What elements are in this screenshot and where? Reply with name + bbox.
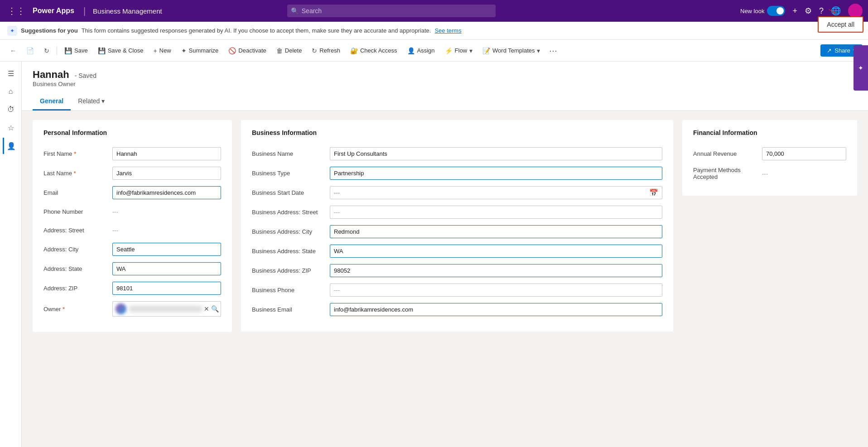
- right-panel-icon[interactable]: ✦: [858, 64, 863, 72]
- phone-label: Phone Number: [43, 208, 107, 215]
- word-icon: 📝: [482, 47, 490, 54]
- tabs: General Related ▾: [33, 93, 857, 111]
- business-name-input[interactable]: [330, 147, 662, 160]
- business-phone-row: Business Phone: [252, 284, 662, 297]
- city-label: Address: City: [43, 246, 107, 253]
- business-start-date-label: Business Start Date: [252, 189, 324, 196]
- sidebar-item-favorites[interactable]: ☆: [3, 120, 19, 136]
- command-bar: ← 📄 ↻ 💾 Save 💾 Save & Close + New ✦ Summ…: [0, 40, 868, 62]
- back-button[interactable]: ←: [5, 44, 21, 57]
- zip-input[interactable]: [112, 282, 221, 295]
- ai-icon: ✦: [7, 26, 17, 36]
- summarize-button[interactable]: ✦ Summarize: [177, 44, 223, 57]
- new-look-toggle[interactable]: New look: [740, 6, 785, 16]
- new-button[interactable]: + New: [149, 44, 175, 57]
- last-name-input[interactable]: [112, 167, 221, 180]
- deactivate-button[interactable]: 🚫 Deactivate: [224, 44, 270, 57]
- plus-icon[interactable]: +: [792, 6, 797, 16]
- refresh-icon: ↻: [312, 47, 317, 54]
- business-start-date-input[interactable]: [330, 187, 646, 199]
- business-email-input[interactable]: [330, 303, 662, 316]
- personal-information-section: Personal Information First Name Last Nam…: [33, 120, 232, 332]
- email-row: Email: [43, 186, 221, 199]
- refresh-small-button[interactable]: ↻: [39, 44, 54, 57]
- sidebar-item-menu[interactable]: ☰: [3, 65, 19, 82]
- business-info-title: Business Information: [252, 129, 662, 140]
- owner-label: Owner: [43, 306, 107, 312]
- sidebar-item-recent[interactable]: ⏱: [3, 101, 19, 118]
- accept-all-container: → Accept all: [818, 16, 863, 33]
- state-input[interactable]: [112, 262, 221, 275]
- phone-row: Phone Number ---: [43, 206, 221, 218]
- flow-button[interactable]: ⚡ Flow ▾: [440, 44, 477, 57]
- business-zip-label: Business Address: ZIP: [252, 267, 324, 274]
- record-header: Hannah - Saved Business Owner General Re…: [22, 62, 868, 111]
- word-templates-button[interactable]: 📝 Word Templates ▾: [478, 44, 545, 57]
- assign-icon: 👤: [407, 47, 415, 54]
- summarize-icon: ✦: [181, 47, 187, 54]
- calendar-icon[interactable]: 📅: [646, 188, 662, 197]
- waffle-icon[interactable]: ⋮⋮: [5, 4, 27, 18]
- more-button[interactable]: ⋯: [545, 44, 561, 58]
- deactivate-icon: 🚫: [228, 47, 236, 54]
- business-city-input[interactable]: [330, 225, 662, 238]
- search-input[interactable]: [287, 5, 496, 17]
- see-terms-link[interactable]: See terms: [434, 27, 461, 34]
- business-start-date-field: 📅: [330, 186, 662, 199]
- main-content: Hannah - Saved Business Owner General Re…: [22, 62, 868, 447]
- email-input[interactable]: [112, 186, 221, 199]
- new-look-switch[interactable]: [767, 6, 785, 16]
- search-icon: 🔍: [291, 7, 299, 14]
- state-row: Address: State: [43, 262, 221, 275]
- save-close-icon: 💾: [98, 47, 106, 54]
- street-label: Address: Street: [43, 227, 107, 234]
- settings-icon[interactable]: ⚙: [805, 6, 812, 16]
- refresh-small-icon: ↻: [44, 47, 49, 54]
- business-state-input[interactable]: [330, 245, 662, 258]
- new-icon: +: [153, 47, 157, 54]
- zip-label: Address: ZIP: [43, 285, 107, 292]
- refresh-button[interactable]: ↻ Refresh: [307, 44, 345, 57]
- business-type-input[interactable]: [330, 167, 662, 180]
- save-close-button[interactable]: 💾 Save & Close: [93, 44, 148, 57]
- search-container: 🔍: [287, 5, 496, 17]
- city-input[interactable]: [112, 243, 221, 256]
- accept-all-button[interactable]: Accept all: [818, 16, 863, 33]
- save-button[interactable]: 💾 Save: [60, 44, 92, 57]
- tab-related[interactable]: Related ▾: [71, 93, 112, 111]
- phone-value: ---: [112, 206, 221, 218]
- owner-clear-button[interactable]: ✕: [204, 305, 209, 312]
- business-street-label: Business Address: Street: [252, 209, 324, 216]
- assign-button[interactable]: 👤 Assign: [403, 44, 439, 57]
- business-city-label: Business Address: City: [252, 228, 324, 235]
- business-phone-input[interactable]: [330, 284, 662, 297]
- delete-icon: 🗑: [276, 47, 283, 54]
- check-access-button[interactable]: 🔐 Check Access: [346, 44, 402, 57]
- suggestions-bar: ✦ Suggestions for you This form contains…: [0, 22, 868, 40]
- financial-info-title: Financial Information: [693, 129, 846, 140]
- business-city-row: Business Address: City: [252, 225, 662, 238]
- tab-general[interactable]: General: [33, 93, 71, 111]
- sidebar-item-home[interactable]: ⌂: [3, 83, 19, 100]
- left-sidebar: ☰ ⌂ ⏱ ☆ 👤: [0, 62, 22, 447]
- business-start-date-row: Business Start Date 📅: [252, 186, 662, 199]
- flow-chevron-icon: ▾: [469, 47, 473, 54]
- business-street-input[interactable]: [330, 206, 662, 219]
- business-zip-input[interactable]: [330, 264, 662, 277]
- business-email-label: Business Email: [252, 306, 324, 313]
- annual-revenue-label: Annual Revenue: [693, 150, 757, 157]
- business-information-section: Business Information Business Name Busin…: [241, 120, 673, 332]
- owner-search-button[interactable]: 🔍: [211, 305, 219, 312]
- street-value: ---: [112, 224, 221, 236]
- save-icon: 💾: [64, 47, 72, 54]
- layout: ☰ ⌂ ⏱ ☆ 👤 Hannah - Saved Business Owner …: [0, 62, 868, 447]
- sidebar-item-contacts[interactable]: 👤: [3, 138, 19, 154]
- first-name-input[interactable]: [112, 147, 221, 160]
- word-chevron-icon: ▾: [537, 47, 540, 54]
- help-icon[interactable]: ?: [819, 6, 824, 16]
- business-street-row: Business Address: Street: [252, 206, 662, 219]
- business-zip-row: Business Address: ZIP: [252, 264, 662, 277]
- annual-revenue-input[interactable]: [762, 147, 846, 160]
- delete-button[interactable]: 🗑 Delete: [272, 44, 307, 57]
- notes-button[interactable]: 📄: [22, 44, 39, 57]
